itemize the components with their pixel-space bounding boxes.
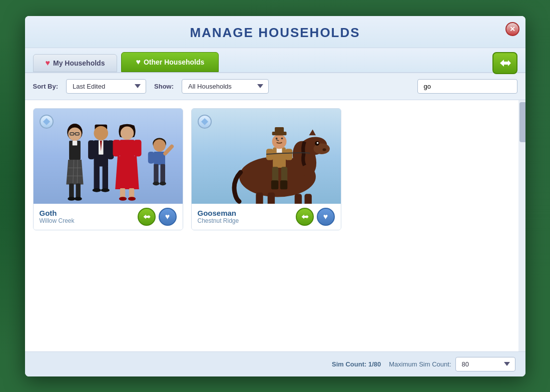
max-sim-label: Maximum Sim Count: [389,360,451,368]
svg-rect-74 [271,180,278,189]
heart-icon: ♥ [165,212,170,221]
goth-move-button[interactable] [138,208,156,226]
svg-rect-33 [129,188,134,198]
svg-point-43 [153,182,159,186]
heart-icon: ♥ [46,59,51,68]
max-sim-row: Maximum Sim Count: 80 100 120 150 200 [389,357,515,371]
svg-marker-29 [115,156,139,190]
sim-count: Sim Count: 1/80 [332,360,381,368]
goth-favorite-button[interactable]: ♥ [159,208,177,226]
svg-rect-24 [102,166,108,190]
svg-point-44 [159,182,166,186]
svg-rect-40 [148,152,154,164]
show-select[interactable]: All Households Played Households Unplaye… [182,79,269,94]
close-icon: ✕ [509,25,515,33]
gooseman-card-info: Gooseman Chestnut Ridge [198,209,239,224]
heart-white-icon: ♥ [136,58,141,67]
move-to-world-button[interactable] [492,52,517,74]
tab-other-households[interactable]: ♥ Other Households [121,52,219,72]
gooseman-figures [192,118,341,204]
tab-my-households[interactable]: ♥ My Households [33,54,118,72]
sort-by-label: Sort By: [33,83,59,90]
svg-rect-28 [120,140,134,156]
svg-point-64 [272,134,286,149]
heart-icon: ♥ [323,212,328,221]
svg-rect-73 [281,167,287,183]
household-card-gooseman: Gooseman Chestnut Ridge ♥ [191,108,341,230]
svg-rect-54 [304,194,311,204]
svg-marker-7 [66,160,83,184]
goth-card-image [34,109,183,204]
toolbar: Sort By: Last Edited Alphabetical Househ… [25,73,525,100]
bottom-bar: Sim Count: 1/80 Maximum Sim Count: 80 10… [25,351,525,376]
scrollbar[interactable] [518,100,525,351]
svg-marker-52 [309,129,316,135]
svg-rect-30 [113,140,120,156]
svg-point-17 [94,126,108,141]
svg-point-34 [119,197,126,201]
tab-other-households-label: Other Households [144,58,204,66]
svg-rect-66 [275,127,284,135]
svg-rect-55 [256,192,263,204]
svg-rect-23 [94,166,99,190]
svg-line-39 [165,147,172,154]
svg-rect-21 [88,140,95,159]
svg-rect-72 [272,167,278,183]
close-button[interactable]: ✕ [505,22,519,36]
svg-rect-71 [285,149,292,160]
scrollbar-thumb[interactable] [519,102,525,142]
gooseman-card-footer: Gooseman Chestnut Ridge ♥ [192,204,341,230]
households-grid: Goth Willow Creek ♥ [25,100,518,351]
show-label: Show: [154,83,174,90]
svg-point-15 [74,197,82,201]
svg-point-69 [281,137,283,139]
svg-rect-31 [134,140,141,156]
svg-point-37 [153,139,166,152]
gooseman-household-location: Chestnut Ridge [198,217,239,224]
goth-card-info: Goth Willow Creek [40,209,75,224]
svg-point-35 [128,197,135,201]
manage-households-modal: Manage Households ✕ ♥ My Households ♥ Ot… [25,16,525,376]
goth-household-location: Willow Creek [40,217,75,224]
goth-family-figures [34,123,183,204]
svg-point-25 [92,188,101,192]
svg-point-49 [322,148,326,151]
svg-point-27 [120,127,134,140]
svg-point-14 [68,197,75,201]
goth-card-footer: Goth Willow Creek ♥ [34,204,183,230]
content-area: Goth Willow Creek ♥ [25,100,525,351]
svg-rect-75 [280,180,287,189]
gooseman-card-image [192,109,341,204]
gooseman-card-actions: ♥ [296,208,335,226]
svg-rect-56 [267,192,274,204]
title-bar: Manage Households ✕ [25,16,525,48]
goth-household-name: Goth [40,209,75,217]
svg-rect-13 [76,184,81,198]
gooseman-move-button[interactable] [296,208,314,226]
sort-by-select[interactable]: Last Edited Alphabetical Household Size [66,79,146,94]
search-input[interactable] [417,79,517,94]
svg-rect-41 [154,164,159,183]
goth-card-actions: ♥ [138,208,177,226]
svg-rect-42 [160,164,165,183]
svg-rect-22 [107,140,114,159]
move-icon [142,213,151,220]
svg-point-51 [316,142,318,144]
svg-rect-32 [120,188,125,198]
move-icon [498,58,512,68]
tab-bar: ♥ My Households ♥ Other Households [25,48,525,73]
household-card-goth: Goth Willow Creek ♥ [33,108,183,230]
gooseman-household-name: Gooseman [198,209,239,217]
gooseman-favorite-button[interactable]: ♥ [317,208,335,226]
svg-point-68 [275,137,277,139]
svg-rect-53 [294,194,301,204]
modal-title: Manage Households [190,25,360,40]
svg-rect-12 [69,184,74,198]
tab-my-households-label: My Households [53,59,105,67]
svg-rect-6 [72,141,77,146]
sim-count-label-text: Sim Count: [332,360,366,368]
max-sim-select[interactable]: 80 100 120 150 200 [455,357,515,371]
sim-count-value: 1/80 [368,360,381,368]
move-icon [300,213,309,220]
svg-point-26 [101,188,109,192]
